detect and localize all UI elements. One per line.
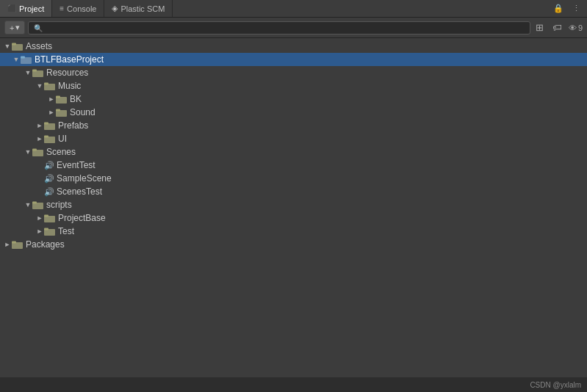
tab-controls: 🔒 ⋮	[551, 3, 587, 14]
bottom-bar: CSDN @yxlalm	[0, 377, 587, 392]
folder-icon-scripts	[32, 200, 44, 209]
svg-rect-13	[44, 123, 48, 125]
folder-icon-ui	[44, 134, 56, 143]
tree-item-scripts[interactable]: scripts	[0, 198, 587, 211]
scene-icon-eventtest: 🔊	[44, 161, 54, 170]
tree-item-packages[interactable]: Packages	[0, 238, 587, 251]
svg-rect-15	[44, 136, 48, 138]
tree-item-resources[interactable]: Resources	[0, 66, 587, 79]
tree-item-music[interactable]: Music	[0, 79, 587, 92]
tree-item-prefabs[interactable]: Prefabs	[0, 119, 587, 132]
arrow-bk	[47, 95, 56, 103]
tree-view: Assets BTLFBaseProject Resources	[0, 38, 587, 377]
search-wrapper: 🔍	[28, 21, 530, 35]
svg-rect-7	[44, 83, 48, 85]
scene-icon-scenestest: 🔊	[44, 187, 54, 196]
arrow-assets	[3, 43, 12, 50]
project-tab-label: Project	[19, 4, 44, 13]
project-tab-icon: ⬛	[7, 4, 16, 12]
label-scenes: Scenes	[46, 147, 76, 157]
add-dropdown-icon: ▾	[15, 23, 20, 32]
label-projectbase: ProjectBase	[58, 213, 106, 223]
folder-icon-prefabs	[44, 121, 56, 130]
tab-bar: ⬛ Project ≡ Console ◈ Plastic SCM 🔒 ⋮	[0, 0, 587, 18]
more-menu-button[interactable]: ⋮	[570, 3, 583, 14]
toolbar: + ▾ 🔍 ⊞ 🏷 👁 9	[0, 18, 587, 38]
arrow-projectbase	[35, 214, 44, 222]
folder-icon-packages	[12, 240, 24, 249]
plastic-tab-icon: ◈	[112, 4, 118, 13]
arrow-packages	[3, 241, 12, 248]
tree-item-ui[interactable]: UI	[0, 132, 587, 145]
svg-rect-21	[44, 215, 48, 217]
eye-count: 9	[578, 23, 583, 32]
svg-rect-17	[32, 149, 37, 151]
tree-item-assets[interactable]: Assets	[0, 40, 587, 53]
svg-rect-5	[32, 70, 37, 72]
tree-item-btlfbaseproject[interactable]: BTLFBaseProject	[0, 53, 587, 66]
arrow-scripts	[24, 201, 32, 208]
folder-icon-btlf	[21, 55, 32, 64]
folder-icon-sound	[56, 108, 68, 117]
add-icon: +	[10, 23, 14, 32]
arrow-ui	[35, 135, 44, 142]
arrow-btlf	[12, 56, 21, 63]
folder-icon-resources	[32, 68, 44, 77]
arrow-test	[35, 228, 44, 235]
tree-item-scenes[interactable]: Scenes	[0, 145, 587, 159]
plastic-tab-label: Plastic SCM	[120, 4, 165, 13]
svg-rect-3	[21, 57, 25, 59]
search-input[interactable]	[28, 21, 530, 35]
arrow-scenes	[24, 148, 32, 156]
main-content: Assets BTLFBaseProject Resources	[0, 38, 587, 377]
label-scenestest: ScenesTest	[57, 186, 102, 197]
add-button[interactable]: + ▾	[4, 21, 25, 35]
svg-rect-25	[12, 242, 16, 244]
console-tab-label: Console	[67, 4, 96, 13]
label-bk: BK	[70, 94, 82, 104]
tree-item-samplescene[interactable]: 🔊 SampleScene	[0, 172, 587, 185]
toolbar-right: ⊞ 🏷 👁 9	[533, 21, 583, 35]
tree-item-test[interactable]: Test	[0, 225, 587, 238]
folder-icon-music	[44, 81, 56, 90]
eye-badge: 👁 9	[569, 23, 583, 32]
arrow-music	[35, 82, 44, 90]
tree-item-projectbase[interactable]: ProjectBase	[0, 211, 587, 225]
svg-rect-1	[12, 43, 16, 46]
label-packages: Packages	[26, 239, 65, 250]
credit-text: CSDN @yxlalm	[530, 381, 581, 389]
tree-item-bk[interactable]: BK	[0, 92, 587, 106]
label-resources: Resources	[46, 68, 88, 78]
svg-rect-11	[56, 109, 60, 112]
console-tab-icon: ≡	[60, 4, 64, 12]
svg-rect-19	[32, 202, 37, 204]
filter-button[interactable]: 🏷	[550, 21, 564, 35]
tree-item-sound[interactable]: Sound	[0, 106, 587, 119]
lock-button[interactable]: 🔒	[551, 3, 566, 14]
tree-item-eventtest[interactable]: 🔊 EventTest	[0, 159, 587, 172]
tab-project[interactable]: ⬛ Project	[0, 0, 52, 17]
label-btlf: BTLFBaseProject	[35, 54, 104, 65]
label-eventtest: EventTest	[57, 160, 96, 170]
tree-item-scenestest[interactable]: 🔊 ScenesTest	[0, 185, 587, 198]
tab-console[interactable]: ≡ Console	[52, 0, 104, 17]
arrow-sound	[47, 109, 56, 116]
label-sound: Sound	[70, 107, 96, 117]
label-test: Test	[58, 226, 74, 236]
label-assets: Assets	[26, 41, 52, 51]
arrow-prefabs	[35, 122, 44, 129]
folder-icon-projectbase	[44, 214, 56, 222]
label-scripts: scripts	[46, 200, 72, 210]
view-toggle-button[interactable]: ⊞	[533, 21, 546, 35]
svg-rect-23	[44, 228, 48, 231]
svg-rect-9	[56, 96, 60, 98]
label-samplescene: SampleScene	[57, 173, 112, 184]
label-ui: UI	[58, 134, 67, 144]
scene-icon-samplescene: 🔊	[44, 174, 54, 183]
arrow-resources	[24, 69, 32, 76]
folder-icon-scenes	[32, 148, 44, 156]
tab-plastic[interactable]: ◈ Plastic SCM	[104, 0, 173, 17]
folder-icon-test	[44, 227, 56, 236]
label-music: Music	[58, 81, 81, 91]
folder-icon-assets	[12, 42, 24, 51]
